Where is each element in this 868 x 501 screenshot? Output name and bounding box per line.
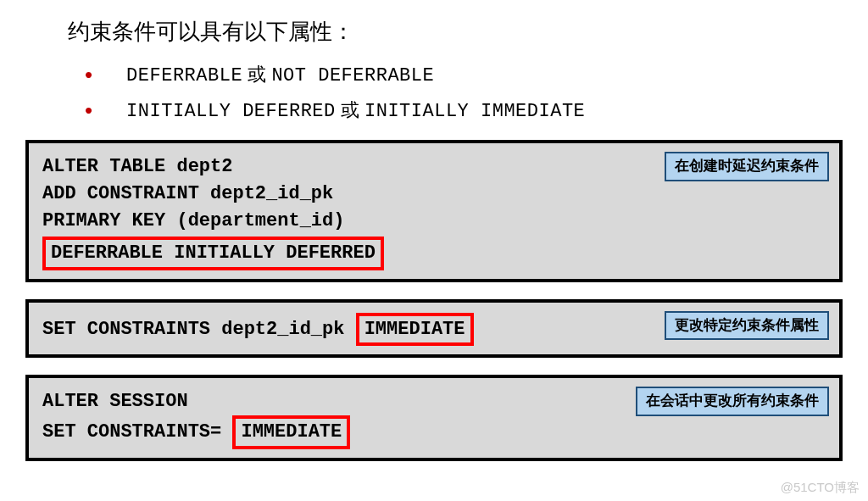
code-term: DEFERRABLE — [126, 65, 242, 86]
code-prefix: SET CONSTRAINTS= — [42, 421, 232, 443]
highlight-term: DEFERRABLE INITIALLY DEFERRED — [42, 237, 384, 270]
code-line: DEFERRABLE INITIALLY DEFERRED — [42, 235, 826, 270]
code-line: ADD CONSTRAINT dept2_id_pk — [42, 181, 826, 208]
highlight-term: IMMEDIATE — [232, 415, 350, 449]
code-line: SET CONSTRAINTS= IMMEDIATE — [42, 415, 826, 449]
separator: 或 — [242, 64, 271, 85]
code-line: PRIMARY KEY (department_id) — [42, 208, 826, 235]
page-title: 约束条件可以具有以下属性： — [68, 17, 843, 47]
badge-alter-session: 在会话中更改所有约束条件 — [636, 387, 829, 416]
bullet-text: DEFERRABLE 或 NOT DEFERRABLE — [126, 62, 434, 87]
bullet-icon: • — [85, 99, 92, 121]
code-term: INITIALLY DEFERRED — [126, 101, 336, 122]
code-box-alter-session: 在会话中更改所有约束条件 ALTER SESSION SET CONSTRAIN… — [25, 375, 843, 461]
bullet-list: • DEFERRABLE 或 NOT DEFERRABLE • INITIALL… — [85, 62, 843, 123]
bullet-item: • DEFERRABLE 或 NOT DEFERRABLE — [85, 62, 843, 87]
bullet-text: INITIALLY DEFERRED 或 INITIALLY IMMEDIATE — [126, 97, 585, 123]
bullet-item: • INITIALLY DEFERRED 或 INITIALLY IMMEDIA… — [85, 97, 843, 123]
code-box-create: 在创建时延迟约束条件 ALTER TABLE dept2 ADD CONSTRA… — [25, 140, 843, 282]
code-box-set-constraint: 更改特定约束条件属性 SET CONSTRAINTS dept2_id_pk I… — [25, 299, 843, 359]
code-term: INITIALLY IMMEDIATE — [364, 101, 585, 122]
code-prefix: SET CONSTRAINTS dept2_id_pk — [42, 319, 356, 340]
watermark: @51CTO博客 — [781, 480, 860, 495]
highlight-term: IMMEDIATE — [356, 313, 474, 347]
badge-create: 在创建时延迟约束条件 — [665, 152, 829, 181]
bullet-icon: • — [85, 64, 92, 86]
separator: 或 — [336, 99, 364, 120]
code-term: NOT DEFERRABLE — [271, 65, 434, 86]
badge-set-constraint: 更改特定约束条件属性 — [665, 311, 829, 341]
